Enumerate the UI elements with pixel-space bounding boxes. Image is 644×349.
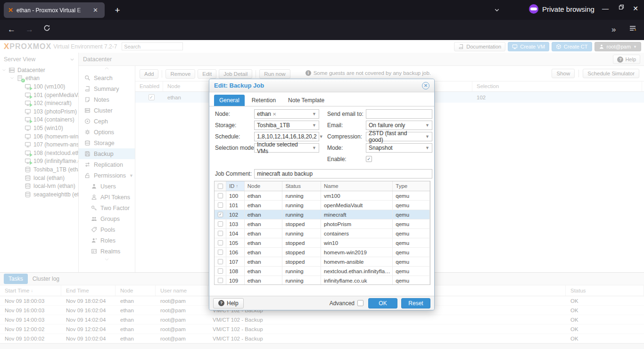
email-field[interactable]: On failure only▼	[366, 121, 432, 130]
vm-cell: running	[282, 210, 321, 219]
dialog-tabs: GeneralRetentionNote Template	[209, 92, 434, 106]
node-field[interactable]: ethan✕▼	[254, 109, 319, 119]
field-label: Schedule:	[215, 132, 240, 141]
vm-select-cell[interactable]	[215, 276, 226, 285]
vm-checkbox[interactable]	[218, 193, 223, 198]
browser-tab[interactable]: ✕ ethan - Proxmox Virtual E ✕	[4, 2, 105, 18]
vm-table-header: ID↑NodeStatusNameType	[215, 181, 430, 191]
schedule-field[interactable]: 1,8,10,12,14,16,18,20,2▼	[254, 132, 319, 141]
vm-row-108[interactable]: 108ethanrunningnextcloud.ethan.infinityf…	[215, 267, 430, 276]
combo-chevron-icon[interactable]: ▼	[310, 146, 319, 150]
column-header-id[interactable]: ID↑	[226, 181, 245, 191]
restore-button[interactable]	[616, 4, 627, 11]
vm-row-107[interactable]: 107ethanstoppedhomevm-ansibleqemu	[215, 257, 430, 267]
select-all-cell[interactable]	[215, 181, 226, 191]
vm-checkbox[interactable]	[218, 250, 223, 255]
combo-chevron-icon[interactable]: ▼	[423, 123, 432, 128]
dialog-tab-note-template[interactable]: Note Template	[283, 95, 330, 106]
vm-cell: qemu	[393, 201, 430, 210]
dialog-help-button[interactable]: ? Help	[213, 298, 244, 308]
combo-chevron-icon[interactable]: ▼	[423, 134, 432, 139]
vm-cell: qemu	[393, 219, 430, 228]
vm-row-109[interactable]: 109ethanrunninginfinityflame.co.ukqemu	[215, 276, 430, 285]
mode-field[interactable]: Snapshot▼	[366, 143, 432, 153]
browser-tab-bar: ✕ ethan - Proxmox Virtual E ✕ + Private …	[0, 0, 644, 20]
vm-cell: ethan	[245, 191, 283, 200]
screen: ✕ ethan - Proxmox Virtual E ✕ + Private …	[0, 0, 644, 349]
dialog-tab-retention[interactable]: Retention	[247, 95, 281, 106]
vm-cell: 105	[226, 238, 245, 247]
field-value: Toshiba_1TB	[257, 122, 290, 129]
vm-checkbox[interactable]	[218, 212, 223, 217]
combo-chevron-icon[interactable]: ▼	[310, 112, 319, 116]
vm-select-cell[interactable]	[215, 201, 226, 210]
column-header-name[interactable]: Name	[321, 181, 393, 191]
dialog-title-bar[interactable]: Edit: Backup Job ✕	[209, 79, 434, 92]
vm-cell: 108	[226, 267, 245, 276]
app-menu-icon[interactable]	[629, 24, 636, 34]
vm-cell: homevm-win2019	[321, 248, 393, 257]
column-header-status[interactable]: Status	[282, 181, 321, 191]
vm-select-cell[interactable]	[215, 210, 226, 219]
dialog-close-icon[interactable]: ✕	[422, 82, 429, 89]
vm-row-105[interactable]: 105ethanstoppedwin10qemu	[215, 238, 430, 248]
selection-mode-field[interactable]: Include selected VMs▼	[254, 143, 319, 153]
combo-chevron-icon[interactable]: ▼	[310, 123, 319, 128]
vm-cell: ethan	[245, 201, 283, 210]
vm-select-cell[interactable]	[215, 191, 226, 200]
vm-checkbox[interactable]	[218, 240, 223, 245]
vm-select-cell[interactable]	[215, 219, 226, 228]
vm-checkbox[interactable]	[218, 203, 223, 208]
vm-cell: qemu	[393, 229, 430, 238]
vm-cell: 100	[226, 191, 245, 200]
vm-select-cell[interactable]	[215, 257, 226, 266]
vm-cell: qemu	[393, 267, 430, 276]
vm-checkbox[interactable]	[218, 268, 223, 274]
new-tab-button[interactable]: +	[111, 4, 124, 16]
ok-button[interactable]: OK	[368, 298, 397, 308]
vm-select-cell[interactable]	[215, 248, 226, 257]
field-value: ethan	[257, 111, 271, 117]
combo-chevron-icon[interactable]: ▼	[317, 134, 326, 139]
vm-row-106[interactable]: 106ethanstoppedhomevm-win2019qemu	[215, 248, 430, 257]
vm-cell: qemu	[393, 276, 430, 285]
vm-checkbox[interactable]	[218, 231, 223, 236]
vm-row-103[interactable]: 103ethanstoppedphotoPrismqemu	[215, 219, 430, 229]
reset-button[interactable]: Reset	[401, 298, 430, 308]
vm-row-104[interactable]: 104ethanrunningcontainersqemu	[215, 229, 430, 238]
enable-checkbox[interactable]	[366, 156, 372, 162]
list-tabs-chevron-icon[interactable]	[494, 6, 500, 15]
combo-chevron-icon[interactable]: ▼	[423, 146, 432, 150]
vm-cell: 104	[226, 229, 245, 238]
vm-checkbox[interactable]	[218, 278, 223, 283]
vm-row-101[interactable]: 101ethanrunningopenMediaVaultqemu	[215, 201, 430, 210]
clear-icon[interactable]: ✕	[271, 112, 278, 117]
overflow-menu-icon[interactable]: »	[611, 25, 616, 34]
vm-select-cell[interactable]	[215, 229, 226, 238]
proxmox-favicon-icon: ✕	[8, 7, 13, 14]
storage-field[interactable]: Toshiba_1TB▼	[254, 121, 319, 130]
vm-checkbox[interactable]	[218, 259, 223, 264]
vm-select-cell[interactable]	[215, 267, 226, 276]
edit-backup-job-dialog: Edit: Backup Job ✕ GeneralRetentionNote …	[209, 79, 435, 310]
close-window-button[interactable]: ✕	[630, 5, 641, 12]
field-label: Enable:	[327, 154, 347, 164]
vm-checkbox[interactable]	[218, 221, 223, 227]
vm-row-102[interactable]: 102ethanrunningminecraftqemu	[215, 210, 430, 219]
vm-cell: stopped	[282, 248, 321, 257]
advanced-checkbox[interactable]	[357, 300, 363, 306]
minimize-button[interactable]: —	[600, 5, 611, 12]
column-header-type[interactable]: Type	[393, 181, 430, 191]
tab-close-icon[interactable]: ✕	[93, 7, 98, 14]
reload-icon[interactable]	[43, 24, 50, 34]
send-email-to-field[interactable]	[366, 109, 432, 119]
dialog-tab-general[interactable]: General	[214, 95, 245, 106]
compression-field[interactable]: ZSTD (fast and good)▼	[366, 132, 432, 141]
back-icon[interactable]: ←	[8, 25, 16, 34]
vm-row-100[interactable]: 100ethanrunningvm100qemu	[215, 191, 430, 201]
job-comment-field[interactable]: minecraft auto backup	[254, 169, 432, 179]
vm-select-cell[interactable]	[215, 238, 226, 247]
select-all-checkbox[interactable]	[218, 183, 223, 188]
column-header-node[interactable]: Node	[245, 181, 283, 191]
vm-cell: qemu	[393, 210, 430, 219]
